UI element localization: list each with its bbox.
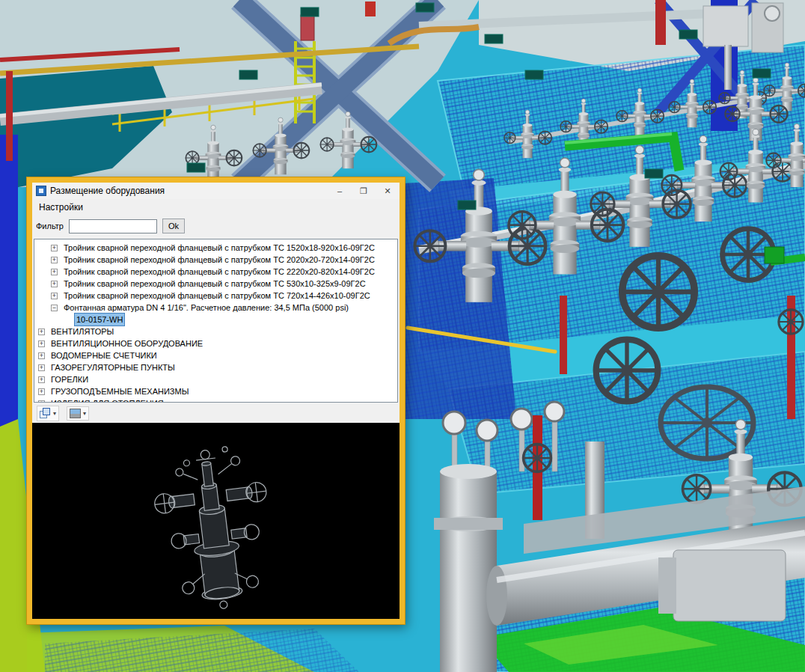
dropdown-arrow-icon[interactable]: ▾ [53,411,56,417]
equipment-tree[interactable]: +Тройник сварной переходной фланцевый с … [34,239,398,403]
filter-input[interactable] [69,219,157,233]
filter-ok-button[interactable]: Ok [162,219,185,233]
tree-item[interactable]: +ИЗДЕЛИЯ ДЛЯ ОТОПЛЕНИЯ [35,397,397,403]
tree-item-label[interactable]: Тройник сварной переходной фланцевый с п… [61,278,368,290]
expand-icon[interactable]: + [38,400,45,403]
tree-item-label[interactable]: Тройник сварной переходной фланцевый с п… [61,266,377,278]
tree-item[interactable]: +ГРУЗОПОДЪЕМНЫЕ МЕХАНИЗМЫ [35,385,397,397]
preview-toolbar: ▾ ▾ [32,404,400,423]
tree-item-label[interactable]: Тройник сварной переходной фланцевый с п… [61,254,377,266]
close-button[interactable]: ✕ [376,183,400,198]
tree-item[interactable]: +Тройник сварной переходной фланцевый с … [35,266,397,278]
tree-item-label[interactable]: ВЕНТИЛЯЦИОННОЕ ОБОРУДОВАНИЕ [49,337,205,349]
tree-item-label[interactable]: ГАЗОРЕГУЛЯТОРНЫЕ ПУНКТЫ [49,361,177,373]
tree-connector [64,317,70,323]
expand-icon[interactable]: + [51,245,58,251]
tree-item-label[interactable]: Тройник сварной переходной фланцевый с п… [61,290,373,302]
render-mode-button[interactable]: ▾ [67,406,89,421]
filter-label: Фильтр [36,222,64,230]
tree-item[interactable]: +ВЕНТИЛЯТОРЫ [35,326,397,337]
collapse-icon[interactable]: − [51,305,58,311]
expand-icon[interactable]: + [38,340,45,347]
tree-item[interactable]: +Тройник сварной переходной фланцевый с … [35,290,397,302]
expand-icon[interactable]: + [51,281,58,287]
menu-settings[interactable]: Настройки [34,201,88,214]
model-box-icon [40,408,51,419]
preview-pane[interactable] [32,423,400,619]
dropdown-arrow-icon[interactable]: ▾ [83,411,86,417]
tree-item-label[interactable]: ВОДОМЕРНЫЕ СЧЕТЧИКИ [49,349,159,361]
tree-item[interactable]: +ВЕНТИЛЯЦИОННОЕ ОБОРУДОВАНИЕ [35,337,397,349]
tree-item-label[interactable]: Тройник сварной переходной фланцевый с п… [61,242,377,254]
tree-item[interactable]: +Тройник сварной переходной фланцевый с … [35,254,397,266]
tree-item-label[interactable]: ГОРЕЛКИ [49,373,91,385]
tree-item[interactable]: +Тройник сварной переходной фланцевый с … [35,278,397,290]
tree-item[interactable]: −Фонтанная арматура DN 4 1/16". Расчетно… [35,302,397,314]
tree-item-label[interactable]: 10-0157-WH [74,313,125,326]
expand-icon[interactable]: + [51,269,58,275]
tree-item-label[interactable]: Фонтанная арматура DN 4 1/16". Расчетное… [61,302,351,314]
expand-icon[interactable]: + [38,352,45,359]
app-icon [36,186,46,196]
model-view-button[interactable]: ▾ [37,406,59,421]
expand-icon[interactable]: + [38,364,45,371]
expand-icon[interactable]: + [38,376,45,383]
render-mode-icon [70,409,81,418]
expand-icon[interactable]: + [51,257,58,263]
minimize-button[interactable]: – [328,183,352,198]
tree-item[interactable]: +ГОРЕЛКИ [35,373,397,385]
expand-icon[interactable]: + [38,388,45,395]
tree-item-label[interactable]: ГРУЗОПОДЪЕМНЫЕ МЕХАНИЗМЫ [49,385,191,397]
tree-item[interactable]: +Тройник сварной переходной фланцевый с … [35,242,397,254]
tree-item[interactable]: +ВОДОМЕРНЫЕ СЧЕТЧИКИ [35,349,397,361]
tree-item-label[interactable]: ВЕНТИЛЯТОРЫ [49,326,116,337]
dialog-menubar: Настройки [32,199,400,215]
maximize-button[interactable]: ❐ [352,183,376,198]
tree-item[interactable]: 10-0157-WH [35,314,397,326]
tree-item-label[interactable]: ИЗДЕЛИЯ ДЛЯ ОТОПЛЕНИЯ [49,397,166,403]
expand-icon[interactable]: + [38,329,45,335]
window-controls: – ❐ ✕ [328,183,400,198]
dialog-title: Размещение оборудования [50,186,324,196]
application-window: Размещение оборудования – ❐ ✕ Настройки … [0,0,805,672]
expand-icon[interactable]: + [51,293,58,299]
filter-row: Фильтр Ok [32,215,400,237]
dialog-titlebar[interactable]: Размещение оборудования – ❐ ✕ [32,183,400,199]
equipment-placement-dialog: Размещение оборудования – ❐ ✕ Настройки … [27,177,405,624]
tree-item[interactable]: +ГАЗОРЕГУЛЯТОРНЫЕ ПУНКТЫ [35,361,397,373]
